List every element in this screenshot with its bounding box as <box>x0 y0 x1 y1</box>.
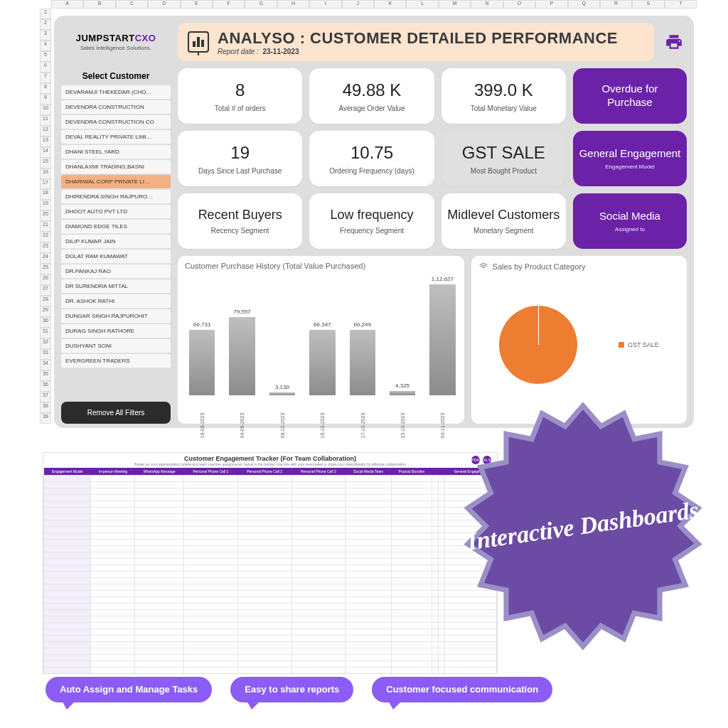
table-row <box>44 629 497 636</box>
tracker-title: Customer Engagement Tracker (For Team Co… <box>43 453 497 462</box>
tracker-header-row: Engagement ModelIn-person MeetingWhatsAp… <box>44 468 497 476</box>
kpi-card: Recent BuyersRecency Segment <box>178 193 302 249</box>
presentation-icon <box>188 31 209 53</box>
tracker-table: Engagement ModelIn-person MeetingWhatsAp… <box>43 468 497 674</box>
table-row <box>44 495 497 501</box>
table-row <box>44 572 497 578</box>
kpi-card: 8Total # of orders <box>178 68 302 124</box>
bar: 66,731 <box>189 330 215 395</box>
customer-item[interactable]: DEVARAMJI THEKEDAR (CHO… <box>61 85 171 100</box>
table-row <box>44 476 497 482</box>
speech-bubble: Easy to share reports <box>230 677 353 702</box>
speech-bubble: Auto Assign and Manage Tasks <box>46 677 212 702</box>
bar-chart-axis: 19-09-202304-09-202309-10-202316-10-2023… <box>189 414 456 419</box>
customer-item[interactable]: DEVAL REALITY PRIVATE LIMI… <box>61 130 171 144</box>
report-date-label: Report date : <box>218 48 259 55</box>
table-row <box>44 527 497 533</box>
wifi-icon <box>478 262 488 272</box>
customer-item[interactable]: DR.PANKAJ RAO <box>61 264 171 279</box>
kpi-card: GST SALEMost Bought Product <box>441 131 566 186</box>
customer-item[interactable]: DHARIWAL CORP PRIVATE LI… <box>61 175 171 189</box>
bar: 66,347 <box>309 330 335 395</box>
customer-item[interactable]: DIAMOND EDGE TILES <box>61 220 171 234</box>
kpi-card: 49.88 KAverage Order Value <box>309 68 434 124</box>
kpi-grid: 8Total # of orders49.88 KAverage Order V… <box>178 68 687 249</box>
spreadsheet-row-headers: 1234567891011121314151617181920212223242… <box>40 9 51 424</box>
tracker-subtitle: Based on your segmentation criteria and … <box>43 462 497 468</box>
table-row <box>44 623 497 629</box>
table-row <box>44 520 497 527</box>
customer-list[interactable]: DEVARAMJI THEKEDAR (CHO…DEVENDRA CONSTRU… <box>61 85 171 397</box>
customer-item[interactable]: DURAG SINGH RATHORE <box>61 324 171 338</box>
table-row <box>44 661 497 668</box>
table-row <box>44 488 497 495</box>
table-row <box>44 552 497 559</box>
customer-item[interactable]: DILIP KUMAR JAIN <box>61 235 171 249</box>
table-row <box>44 636 497 642</box>
brand-part1: JUMPSTART <box>76 33 135 43</box>
customer-item[interactable]: DHANLAXMI TRADING,BASNI <box>61 160 171 174</box>
table-row <box>44 482 497 488</box>
table-row <box>44 610 497 616</box>
table-row <box>44 591 497 597</box>
bar: 66,249 <box>350 330 375 395</box>
pie-slice <box>499 306 577 384</box>
table-row <box>44 578 497 584</box>
customer-item[interactable]: DR. ASHOK RATHI <box>61 294 171 309</box>
sidebar-title: Select Customer <box>61 68 171 85</box>
table-row <box>44 642 497 648</box>
cta-card[interactable]: Social MediaAssigned to <box>573 193 687 249</box>
kpi-card: 10.75Ordering Frequency (days) <box>309 131 434 186</box>
speech-bubbles: Auto Assign and Manage TasksEasy to shar… <box>46 677 557 702</box>
table-row <box>44 655 497 661</box>
customer-item[interactable]: DUSHYANT SONI <box>61 339 171 353</box>
remove-filters-button[interactable]: Remove All Filters <box>61 402 171 424</box>
tracker-sheet: PDF XLS Customer Engagement Tracker (For… <box>43 452 498 674</box>
table-row <box>44 616 497 623</box>
table-row <box>44 546 497 552</box>
customer-item[interactable]: DHANI STEEL YARD <box>61 145 171 159</box>
table-row <box>44 565 497 572</box>
page-title: ANALYSO : CUSTOMER DETAILED PERFORMANCE <box>218 29 618 48</box>
brand-box: JUMPSTARTCXO Sales Intelligence Solution… <box>61 23 171 61</box>
bar-chart: Customer Purchase History (Total Value P… <box>178 256 464 424</box>
speech-bubble: Customer focused communication <box>372 677 552 702</box>
customer-item[interactable]: DOLAT RAM KUMAWAT <box>61 250 171 264</box>
customer-item[interactable]: DEVENDRA CONSTRUCTION <box>61 100 171 114</box>
table-row <box>44 597 497 604</box>
customer-item[interactable]: DHOOT AUTO PVT LTD <box>61 205 171 219</box>
starburst-badge: Interactive Dashboards <box>455 398 711 654</box>
bar-chart-title: Customer Purchase History (Total Value P… <box>185 262 457 270</box>
table-row <box>44 584 497 591</box>
cta-card[interactable]: General EngagementEngagement Model <box>573 131 687 186</box>
table-row <box>44 533 497 540</box>
table-row <box>44 648 497 655</box>
bar: 1,12,627 <box>429 284 455 395</box>
kpi-card: 399.0 KTotal Monetary Value <box>441 68 566 124</box>
bar: 3,130 <box>269 392 295 395</box>
bar: 4,325 <box>390 391 415 395</box>
table-row <box>44 604 497 610</box>
kpi-card: Low frequencyFrequency Segment <box>309 193 434 249</box>
tracker-body <box>44 476 497 675</box>
title-banner: ANALYSO : CUSTOMER DETAILED PERFORMANCE … <box>178 23 654 61</box>
customer-item[interactable]: DHIRENDRA SINGH RAJPURO… <box>61 190 171 204</box>
pie-chart-title: Sales by Product Category <box>493 262 586 271</box>
customer-item[interactable]: EVERGREEN TRADERS <box>61 354 171 368</box>
customer-item[interactable]: DUNGAR SINGH RAJPUROHIT <box>61 309 171 323</box>
table-row <box>44 508 497 514</box>
sidebar: Select Customer DEVARAMJI THEKEDAR (CHO…… <box>61 68 171 424</box>
table-row <box>44 540 497 546</box>
table-row <box>44 674 497 675</box>
report-date-value: 23-11-2023 <box>262 48 299 55</box>
cta-card[interactable]: Overdue for Purchase <box>573 68 687 124</box>
customer-item[interactable]: DEVENDRA CONSTRUCTION CO <box>61 115 171 129</box>
bar-chart-bars: 66,73179,5573,13066,34766,2494,3251,12,6… <box>189 277 456 395</box>
table-row <box>44 559 497 565</box>
dashboard: JUMPSTARTCXO Sales Intelligence Solution… <box>54 16 694 428</box>
print-icon[interactable] <box>661 23 687 61</box>
pie-legend-item: GST SALE <box>619 341 659 348</box>
brand-part2: CXO <box>135 33 156 43</box>
bar: 79,557 <box>229 317 255 395</box>
customer-item[interactable]: DR SURENDRA MITTAL <box>61 279 171 294</box>
